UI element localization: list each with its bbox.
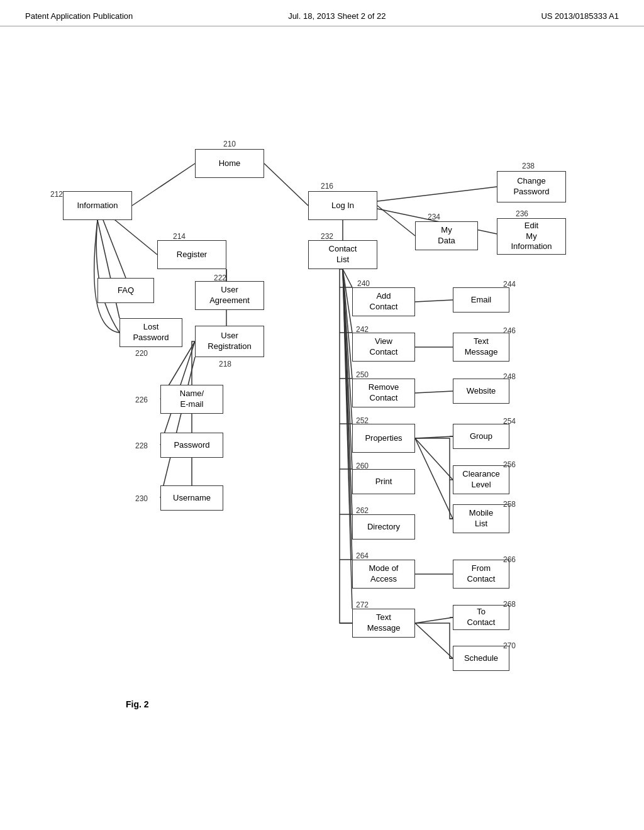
box-register: Register (157, 240, 226, 269)
svg-line-21 (343, 269, 352, 609)
box-user-registration: User Registration (195, 326, 264, 357)
box-view-contact: View Contact (352, 333, 415, 362)
box-group: Group (453, 424, 509, 449)
header-right: US 2013/0185333 A1 (541, 11, 619, 21)
figure-caption: Fig. 2 (126, 699, 149, 709)
label-mydata-num: 234 (428, 213, 440, 221)
box-faq: FAQ (97, 278, 154, 303)
svg-line-13 (160, 357, 195, 498)
svg-line-27 (415, 438, 453, 519)
box-website: Website (453, 379, 509, 404)
box-print: Print (352, 469, 415, 494)
label-to-contact-num: 268 (503, 600, 516, 609)
label-mode-access-num: 264 (356, 551, 369, 560)
box-text-message-246: Text Message (453, 333, 509, 362)
svg-line-22 (415, 300, 453, 302)
header-middle: Jul. 18, 2013 Sheet 2 of 22 (288, 11, 386, 21)
svg-line-8 (97, 220, 119, 318)
connector-lines (0, 26, 644, 794)
svg-line-4 (377, 206, 415, 236)
box-change-password: Change Password (497, 171, 566, 202)
label-print-num: 260 (356, 462, 369, 470)
label-register-num: 214 (173, 232, 186, 241)
label-mobile-list-num: 258 (503, 500, 516, 509)
box-edit-my-info: Edit My Information (497, 218, 566, 255)
svg-line-1 (264, 163, 308, 206)
label-password-num: 228 (135, 441, 148, 450)
label-remove-contact-num: 250 (356, 370, 369, 379)
label-lostpwd-num: 220 (135, 349, 148, 358)
label-directory-num: 262 (356, 506, 369, 515)
svg-line-18 (343, 269, 352, 469)
svg-line-25 (415, 436, 453, 438)
svg-line-24 (415, 391, 453, 393)
svg-line-26 (415, 438, 453, 480)
box-username: Username (160, 485, 223, 511)
box-my-data: My Data (415, 221, 478, 250)
label-text-msg-272-num: 272 (356, 600, 369, 609)
box-mobile-list: Mobile List (453, 504, 509, 533)
label-user-reg-num: 218 (219, 360, 231, 368)
box-add-contact: Add Contact (352, 287, 415, 316)
label-text-msg-246-num: 246 (503, 326, 516, 335)
label-clearance-num: 256 (503, 460, 516, 469)
box-email: Email (453, 287, 509, 313)
box-mode-access: Mode of Access (352, 560, 415, 589)
svg-line-16 (343, 269, 352, 379)
svg-line-14 (343, 269, 352, 287)
svg-line-0 (132, 163, 195, 206)
label-add-contact-num: 240 (357, 279, 370, 288)
svg-line-30 (415, 623, 453, 658)
box-lost-password: Lost Password (119, 318, 182, 347)
header-left: Patent Application Publication (25, 11, 133, 21)
label-username-num: 230 (135, 494, 148, 503)
box-from-contact: From Contact (453, 560, 509, 589)
label-login-num: 216 (321, 182, 333, 191)
box-properties: Properties (352, 424, 415, 453)
label-edit-num: 236 (516, 209, 528, 218)
box-directory: Directory (352, 514, 415, 540)
svg-line-29 (415, 617, 453, 623)
page-header: Patent Application Publication Jul. 18, … (0, 0, 644, 26)
label-information-num: 212 (50, 190, 63, 199)
label-email-num: 244 (503, 280, 516, 289)
diagram-area: Home 210 Information 212 Log In 216 Chan… (0, 26, 644, 794)
svg-line-19 (343, 269, 352, 514)
box-name-email: Name/ E-mail (160, 385, 223, 414)
box-user-agreement: User Agreement (195, 281, 264, 310)
box-password: Password (160, 433, 223, 458)
svg-line-2 (377, 187, 497, 201)
label-home-num: 210 (223, 140, 236, 148)
label-group-num: 254 (503, 417, 516, 426)
svg-line-17 (343, 269, 352, 424)
box-text-message-272: Text Message (352, 609, 415, 638)
box-contact-list: Contact List (308, 240, 377, 269)
box-login: Log In (308, 191, 377, 220)
label-name-email-num: 226 (135, 396, 148, 404)
svg-line-15 (343, 269, 352, 333)
label-change-pwd-num: 238 (522, 162, 535, 170)
label-contact-list-num: 232 (321, 232, 333, 241)
box-remove-contact: Remove Contact (352, 379, 415, 407)
box-information: Information (63, 191, 132, 220)
svg-line-20 (343, 269, 352, 560)
label-website-num: 248 (503, 372, 516, 381)
box-to-contact: To Contact (453, 605, 509, 630)
box-schedule: Schedule (453, 646, 509, 671)
label-schedule-num: 270 (503, 641, 516, 650)
label-from-contact-num: 266 (503, 555, 516, 564)
label-user-agreement-num: 222 (214, 274, 226, 282)
label-view-contact-num: 242 (356, 325, 369, 334)
box-home: Home (195, 149, 264, 178)
label-properties-num: 252 (356, 416, 369, 425)
box-clearance-level: Clearance Level (453, 465, 509, 494)
